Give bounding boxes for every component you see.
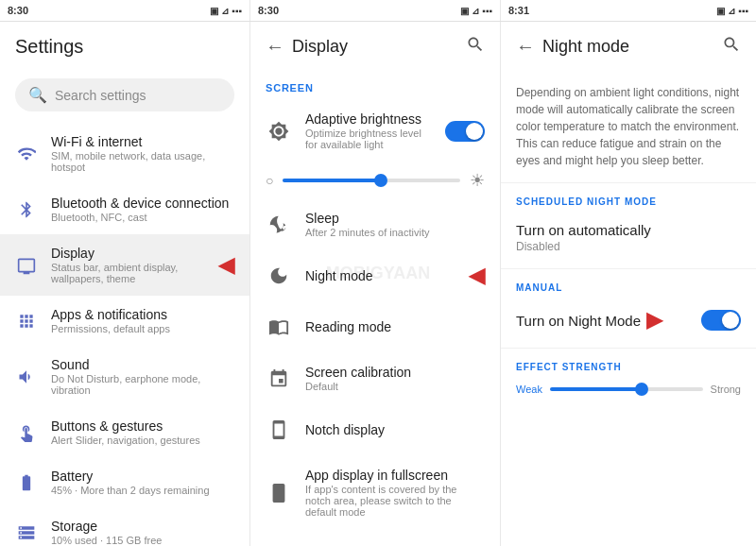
sleep-title: Sleep <box>305 211 485 226</box>
turn-auto-text: Turn on automatically Disabled <box>516 222 651 253</box>
settings-item-apps[interactable]: Apps & notifications Permissions, defaul… <box>0 296 249 346</box>
settings-item-wifi[interactable]: Wi-Fi & internet SIM, mobile network, da… <box>0 123 249 184</box>
display-arrow: ◀ <box>218 253 234 278</box>
turn-on-title: Turn on Night Mode <box>516 313 641 329</box>
search-placeholder: Search settings <box>55 88 146 103</box>
status-bar-panel-3: 8:31 ▣ ⊿ ▪▪▪ <box>501 0 756 21</box>
display-item-nightmode[interactable]: Night mode ◀ <box>250 250 500 301</box>
wifi-icon <box>15 143 38 165</box>
toggle-thumb <box>466 123 483 140</box>
strength-row: Weak Strong <box>501 376 756 402</box>
strength-thumb <box>635 383 648 396</box>
wifi-subtitle: SIM, mobile network, data usage, hotspot <box>51 150 234 173</box>
settings-header: Settings <box>0 22 249 71</box>
settings-item-storage[interactable]: Storage 10% used · 115 GB free <box>0 507 249 546</box>
gestures-text: Buttons & gestures Alert Slider, navigat… <box>51 418 234 446</box>
strength-slider[interactable] <box>550 387 703 391</box>
scheduled-label: SCHEDULED NIGHT MODE <box>501 187 756 211</box>
brightness-slider-thumb <box>374 174 387 187</box>
settings-item-battery[interactable]: Battery 45% · More than 2 days remaining <box>0 457 249 507</box>
sleep-icon <box>266 212 292 238</box>
status-icons-1: ▣ ⊿ ▪▪▪ <box>210 6 242 16</box>
brightness-toggle[interactable] <box>445 121 485 142</box>
panel-settings: Settings 🔍 Search settings Wi-Fi & inter… <box>0 22 250 546</box>
turn-on-night-item[interactable]: Turn on Night Mode ▶ <box>501 297 756 344</box>
search-icon: 🔍 <box>28 86 47 104</box>
fullscreen-text: App display in fullscreen If app's conte… <box>305 468 485 518</box>
display-header: ← Display <box>250 22 500 71</box>
status-icons-3: ▣ ⊿ ▪▪▪ <box>716 6 748 16</box>
bluetooth-subtitle: Bluetooth, NFC, cast <box>51 212 234 223</box>
night-panel-title: Night mode <box>542 37 629 57</box>
display-item-calibration[interactable]: Screen calibration Default <box>250 352 500 404</box>
bluetooth-icon <box>15 198 38 221</box>
screen-section-label: SCREEN <box>250 71 500 99</box>
calibration-subtitle: Default <box>305 381 485 392</box>
display-back-button[interactable]: ← <box>266 36 284 58</box>
reading-icon <box>266 314 292 340</box>
display-item-reading[interactable]: Reading mode <box>250 301 500 352</box>
apps-text: Apps & notifications Permissions, defaul… <box>51 307 234 334</box>
night-mode-toggle[interactable] <box>701 310 741 331</box>
storage-subtitle: 10% used · 115 GB free <box>51 535 234 546</box>
turn-auto-title: Turn on automatically <box>516 222 651 238</box>
manual-label: MANUAL <box>501 273 756 297</box>
battery-title: Battery <box>51 469 234 484</box>
brightness-slider-fill <box>283 179 380 182</box>
brightness-slider-track[interactable] <box>283 179 460 182</box>
display-item-fullscreen[interactable]: App display in fullscreen If app's conte… <box>250 455 500 530</box>
reading-title: Reading mode <box>305 319 485 334</box>
brightness-title: Adaptive brightness <box>305 111 432 127</box>
display-panel-title: Display <box>292 37 348 57</box>
notch-icon <box>266 417 292 443</box>
battery-subtitle: 45% · More than 2 days remaining <box>51 485 234 496</box>
display-text: Display Status bar, ambient display, wal… <box>51 246 205 284</box>
settings-item-bluetooth[interactable]: Bluetooth & device connection Bluetooth,… <box>0 184 249 234</box>
turn-on-row: Turn on Night Mode ▶ <box>516 308 668 333</box>
fullscreen-subtitle: If app's content is covered by the notch… <box>305 484 485 518</box>
night-back-button[interactable]: ← <box>516 36 535 58</box>
time-1: 8:30 <box>8 5 28 16</box>
sound-title: Sound <box>51 357 234 372</box>
display-icon <box>15 254 38 277</box>
display-item-notch[interactable]: Notch display <box>250 404 500 455</box>
nightmode-arrow: ◀ <box>469 264 485 288</box>
divider-3 <box>501 348 756 349</box>
search-bar[interactable]: 🔍 Search settings <box>15 78 234 111</box>
time-3: 8:31 <box>508 5 529 16</box>
settings-item-gestures[interactable]: Buttons & gestures Alert Slider, navigat… <box>0 407 249 457</box>
turn-auto-subtitle: Disabled <box>516 240 651 253</box>
settings-item-sound[interactable]: Sound Do Not Disturb, earphone mode, vib… <box>0 346 249 407</box>
status-icons-2: ▣ ⊿ ▪▪▪ <box>460 6 492 16</box>
settings-list: Wi-Fi & internet SIM, mobile network, da… <box>0 123 249 546</box>
display-search-button[interactable] <box>466 35 485 59</box>
nightmode-text: Night mode <box>305 268 452 283</box>
fullscreen-icon <box>266 480 292 506</box>
panel-night: ← Night mode Depending on ambient light … <box>501 22 756 546</box>
reading-text: Reading mode <box>305 319 485 334</box>
nightmode-title: Night mode <box>305 268 452 283</box>
bluetooth-title: Bluetooth & device connection <box>51 196 234 211</box>
display-subtitle: Status bar, ambient display, wallpapers,… <box>51 262 205 284</box>
display-item-ambient[interactable]: Ambient display <box>250 530 500 546</box>
brightness-low-icon: ○ <box>266 173 273 188</box>
night-description: Depending on ambient light conditions, n… <box>501 71 756 179</box>
sleep-subtitle: After 2 minutes of inactivity <box>305 227 485 238</box>
brightness-high-icon: ☀ <box>470 170 485 191</box>
night-search-button[interactable] <box>722 35 741 59</box>
battery-text: Battery 45% · More than 2 days remaining <box>51 469 234 496</box>
display-item-brightness[interactable]: Adaptive brightness Optimize brightness … <box>250 99 500 162</box>
gestures-subtitle: Alert Slider, navigation, gestures <box>51 435 234 446</box>
night-toggle-thumb <box>722 312 739 329</box>
turn-on-arrow: ▶ <box>646 308 662 333</box>
notch-title: Notch display <box>305 422 485 437</box>
divider-2 <box>501 268 756 269</box>
display-content: SCREEN Adaptive brightness Optimize brig… <box>250 71 500 546</box>
settings-item-display[interactable]: Display Status bar, ambient display, wal… <box>0 234 249 296</box>
sound-text: Sound Do Not Disturb, earphone mode, vib… <box>51 357 234 396</box>
turn-auto-item[interactable]: Turn on automatically Disabled <box>501 211 756 264</box>
display-title: Display <box>51 246 205 261</box>
divider-1 <box>501 182 756 183</box>
status-bars-row: 8:30 ▣ ⊿ ▪▪▪ 8:30 ▣ ⊿ ▪▪▪ 8:31 ▣ ⊿ ▪▪▪ <box>0 0 756 21</box>
display-item-sleep[interactable]: Sleep After 2 minutes of inactivity <box>250 198 500 250</box>
